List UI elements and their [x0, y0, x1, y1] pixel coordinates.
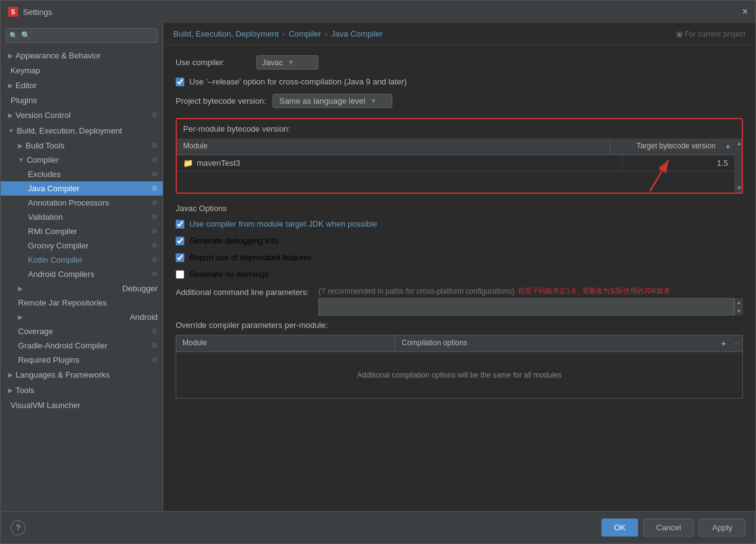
sidebar-item-groovy-compiler[interactable]: Groovy Compiler ⚙	[1, 238, 163, 253]
settings-icon: ⚙	[151, 356, 158, 364]
breadcrumb-current: Java Compiler	[331, 29, 383, 39]
settings-icon: ⚙	[151, 213, 158, 221]
hint-line: ('/' recommended in paths for cross-plat…	[318, 286, 743, 296]
scroll-up-icon: ▲	[736, 299, 742, 306]
sidebar-item-languages-frameworks[interactable]: ▶ Languages & Frameworks	[1, 367, 163, 383]
use-compiler-module-label[interactable]: Use compiler from module target JDK when…	[189, 219, 377, 229]
sidebar-item-build-exec-deploy[interactable]: ▼ Build, Execution, Deployment	[1, 123, 163, 138]
generate-no-warnings-checkbox[interactable]	[176, 270, 184, 279]
chevron-right-icon: ▶	[8, 82, 13, 89]
annotation-text: 跟音子码版本定1.8，需要改为实际使用的JDK版本	[518, 286, 670, 296]
sidebar: 🔍 ▶ Appearance & Behavior Keymap ▶ Edito…	[1, 23, 163, 511]
col-module-header: Module	[177, 138, 610, 155]
cmd-input[interactable]	[318, 298, 734, 315]
sidebar-item-label: Annotation Processors	[28, 198, 109, 207]
chevron-down-icon: ▼	[288, 59, 294, 66]
sidebar-item-label: Version Control	[16, 111, 71, 120]
search-box[interactable]: 🔍	[6, 28, 158, 43]
additional-cmd-right: ('/' recommended in paths for cross-plat…	[318, 286, 743, 315]
sidebar-item-label: Build, Execution, Deployment	[17, 126, 122, 135]
sidebar-item-debugger[interactable]: ▶ Debugger	[1, 281, 163, 296]
cancel-button[interactable]: Cancel	[643, 519, 694, 537]
chevron-right-icon: ▶	[18, 285, 23, 292]
settings-icon: ⚙	[151, 327, 158, 335]
override-table-header: Module Compilation options + −	[176, 335, 742, 352]
use-compiler-label: Use compiler:	[176, 58, 250, 67]
help-button[interactable]: ?	[11, 520, 25, 535]
sidebar-item-label: Compiler	[27, 155, 59, 165]
settings-icon: ⚙	[151, 170, 158, 178]
generate-debug-row: Generate debugging info	[176, 236, 743, 245]
ok-button[interactable]: OK	[601, 519, 638, 537]
settings-icon: ⚙	[151, 156, 158, 164]
use-compiler-module-checkbox[interactable]	[176, 220, 184, 229]
sidebar-item-appearance[interactable]: ▶ Appearance & Behavior	[1, 48, 163, 63]
project-icon: ▣	[676, 30, 683, 39]
sidebar-item-keymap[interactable]: Keymap	[1, 63, 163, 78]
generate-debug-label[interactable]: Generate debugging info	[189, 236, 278, 245]
scroll-up-button[interactable]: ▲	[734, 138, 742, 148]
sidebar-item-gradle-android[interactable]: Gradle-Android Compiler ⚙	[1, 338, 163, 353]
sidebar-item-plugins[interactable]: Plugins	[1, 93, 163, 107]
scroll-down-button[interactable]: ▼	[734, 183, 742, 193]
breadcrumb-part-1: Build, Execution, Deployment	[173, 29, 279, 39]
sidebar-item-android[interactable]: ▶ Android	[1, 310, 163, 324]
sidebar-item-required-plugins[interactable]: Required Plugins ⚙	[1, 353, 163, 367]
report-deprecated-checkbox[interactable]	[176, 253, 184, 262]
title-bar: S Settings ×	[1, 1, 755, 23]
sidebar-item-label: Tools	[16, 386, 34, 395]
breadcrumb-part-2: Compiler	[289, 29, 321, 39]
app-icon: S	[8, 7, 18, 17]
report-deprecated-row: Report use of deprecated features	[176, 253, 743, 262]
sidebar-item-label: Plugins	[11, 96, 37, 105]
sidebar-item-validation[interactable]: Validation ⚙	[1, 210, 163, 224]
report-deprecated-label[interactable]: Report use of deprecated features	[189, 253, 312, 262]
sidebar-item-label: Java Compiler	[28, 184, 79, 193]
sidebar-item-editor[interactable]: ▶ Editor	[1, 78, 163, 93]
add-module-button[interactable]: +	[722, 138, 734, 155]
override-table: Module Compilation options + − Additiona…	[176, 335, 743, 399]
sidebar-item-annotation-processors[interactable]: Annotation Processors ⚙	[1, 196, 163, 210]
sidebar-item-build-tools[interactable]: ▶ Build Tools ⚙	[1, 138, 163, 153]
search-input[interactable]	[6, 28, 158, 43]
settings-icon: ⚙	[151, 142, 158, 150]
close-button[interactable]: ×	[742, 7, 748, 17]
chevron-right-icon: ▶	[8, 112, 13, 119]
scroll-down-icon: ▼	[736, 308, 742, 314]
sidebar-item-kotlin-compiler[interactable]: Kotlin Compiler ⚙	[1, 253, 163, 267]
col-target-header: Target bytecode version	[610, 138, 722, 155]
use-compiler-module-row: Use compiler from module target JDK when…	[176, 219, 743, 229]
generate-debug-checkbox[interactable]	[176, 237, 184, 245]
override-remove-button[interactable]: −	[730, 335, 742, 351]
cross-compile-label[interactable]: Use '--release' option for cross-compila…	[189, 77, 407, 86]
compiler-dropdown[interactable]: Javac ▼	[256, 55, 318, 70]
sidebar-item-label: Keymap	[11, 66, 40, 75]
cross-compile-checkbox[interactable]	[176, 78, 184, 86]
sidebar-item-label: Android Compilers	[28, 270, 94, 279]
sidebar-item-compiler[interactable]: ▼ Compiler ⚙	[1, 153, 163, 167]
sidebar-item-visualvm[interactable]: VisualVM Launcher	[1, 398, 163, 412]
per-module-scrollbar: ▲ ▼	[734, 138, 742, 193]
override-add-button[interactable]: +	[718, 335, 730, 351]
settings-icon: ⚙	[151, 199, 158, 207]
generate-no-warnings-label[interactable]: Generate no warnings	[189, 270, 269, 279]
apply-button[interactable]: Apply	[699, 519, 745, 537]
sidebar-item-remote-jar[interactable]: Remote Jar Repositories	[1, 296, 163, 310]
sidebar-item-label: Gradle-Android Compiler	[18, 341, 107, 350]
additional-cmd-label: Additional command line parameters:	[176, 286, 312, 297]
chevron-right-icon: ▶	[8, 371, 13, 378]
sidebar-item-coverage[interactable]: Coverage ⚙	[1, 324, 163, 338]
sidebar-item-label: Kotlin Compiler	[28, 255, 83, 265]
sidebar-item-label: Groovy Compiler	[28, 241, 89, 250]
folder-icon: 📁	[183, 158, 193, 168]
bytecode-version-dropdown[interactable]: Same as language level ▼	[272, 94, 392, 108]
sidebar-item-label: Android	[130, 312, 158, 322]
sidebar-item-java-compiler[interactable]: Java Compiler ⚙	[1, 181, 163, 196]
settings-icon: ⚙	[151, 184, 158, 193]
sidebar-item-android-compilers[interactable]: Android Compilers ⚙	[1, 267, 163, 281]
sidebar-item-rmi-compiler[interactable]: RMI Compiler ⚙	[1, 224, 163, 238]
sidebar-item-version-control[interactable]: ▶ Version Control ⚙	[1, 107, 163, 123]
sidebar-item-excludes[interactable]: Excludes ⚙	[1, 167, 163, 181]
chevron-right-icon: ▶	[18, 142, 23, 149]
sidebar-item-tools[interactable]: ▶ Tools	[1, 383, 163, 398]
